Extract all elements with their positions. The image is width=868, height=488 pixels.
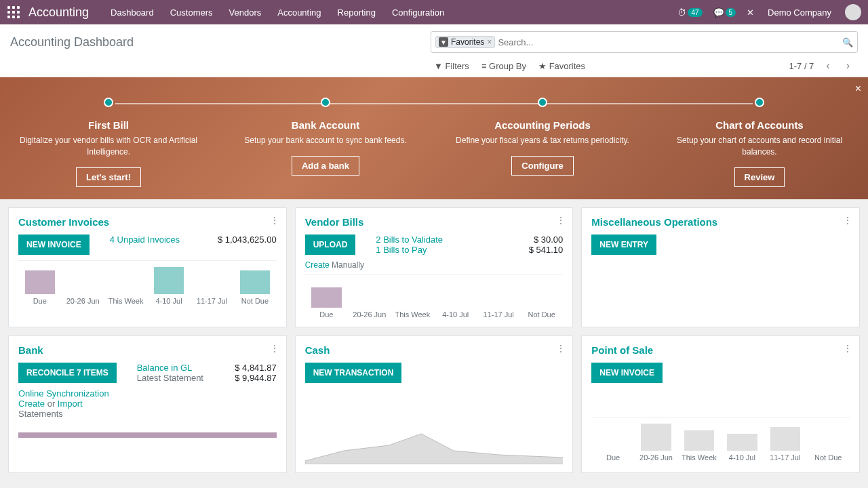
nav-dashboard[interactable]: Dashboard (102, 2, 162, 23)
create-link[interactable]: Create (18, 399, 45, 409)
close-tray-icon[interactable]: ✕ (741, 5, 760, 20)
create-link[interactable]: Create (305, 260, 330, 270)
pay-amount: $ 541.10 (529, 245, 564, 255)
manually-label: Manually (332, 260, 364, 270)
ci-chart (18, 260, 277, 296)
new-entry-button[interactable]: NEW ENTRY (591, 235, 656, 255)
card-pos: ⋮ Point of Sale NEW INVOICE Due20-26 Jun… (581, 336, 860, 473)
step-dot (104, 98, 113, 107)
card-customer-invoices: ⋮ Customer Invoices NEW INVOICE 4 Unpaid… (8, 207, 287, 327)
page-title: Accounting Dashboard (10, 35, 134, 49)
nav-accounting[interactable]: Accounting (269, 2, 329, 23)
search-box[interactable]: ▼ Favorites × 🔍 (431, 31, 858, 53)
lets-start-button[interactable]: Let's start! (76, 167, 141, 187)
onboarding-banner: × First Bill Digitalize your vendor bill… (0, 77, 868, 199)
kebab-icon[interactable]: ⋮ (843, 343, 852, 354)
apps-icon[interactable] (7, 5, 20, 19)
new-transaction-button[interactable]: NEW TRANSACTION (305, 363, 402, 383)
chip-label: Favorites (451, 37, 484, 47)
balance-amount: $ 4,841.87 (235, 363, 276, 373)
company-selector[interactable]: Demo Company (760, 2, 840, 23)
balance-gl-link[interactable]: Balance in GL (137, 363, 203, 373)
card-title[interactable]: Point of Sale (591, 344, 850, 356)
step-title: First Bill (14, 119, 203, 131)
step-bank-account: Bank Account Setup your bank account to … (217, 98, 434, 186)
cash-sparkline (305, 430, 564, 464)
search-icon[interactable]: 🔍 (842, 37, 853, 47)
card-misc-operations: ⋮ Miscellaneous Operations NEW ENTRY (581, 207, 860, 327)
validate-amount: $ 30.00 (529, 235, 564, 245)
online-sync-link[interactable]: Online Synchronization (18, 388, 277, 399)
statement-amount: $ 9,944.87 (235, 373, 276, 383)
chip-remove-icon[interactable]: × (487, 37, 492, 47)
close-icon[interactable]: × (855, 83, 861, 95)
nav-configuration[interactable]: Configuration (384, 2, 452, 23)
control-bar: Accounting Dashboard ▼ Favorites × 🔍 ▼ F… (0, 24, 868, 77)
funnel-icon: ▼ (439, 37, 448, 47)
step-dot (755, 98, 764, 107)
step-title: Accounting Periods (448, 119, 637, 131)
configure-button[interactable]: Configure (511, 156, 573, 176)
step-dot (321, 98, 330, 107)
filters-tool[interactable]: ▼ Filters (434, 61, 469, 71)
card-title[interactable]: Cash (305, 344, 564, 356)
review-button[interactable]: Review (734, 167, 785, 187)
latest-statement-label: Latest Statement (137, 373, 203, 383)
card-bank: ⋮ Bank RECONCILE 7 ITEMS Balance in GL L… (8, 336, 287, 473)
upload-button[interactable]: UPLOAD (305, 235, 356, 255)
card-title[interactable]: Bank (18, 344, 277, 356)
step-desc: Digitalize your vendor bills with OCR an… (14, 135, 203, 158)
kebab-icon[interactable]: ⋮ (556, 343, 566, 354)
kebab-icon[interactable]: ⋮ (843, 215, 852, 226)
add-bank-button[interactable]: Add a bank (292, 156, 359, 176)
step-desc: Define your fiscal years & tax returns p… (448, 135, 637, 146)
dashboard-cards: ⋮ Customer Invoices NEW INVOICE 4 Unpaid… (0, 199, 868, 481)
kebab-icon[interactable]: ⋮ (270, 215, 279, 226)
top-nav: Accounting Dashboard Customers Vendors A… (0, 0, 868, 24)
pos-new-invoice-button[interactable]: NEW INVOICE (591, 363, 663, 383)
unpaid-invoices-link[interactable]: 4 Unpaid Invoices (110, 235, 180, 245)
vb-chart (305, 274, 564, 309)
pos-chart (591, 417, 850, 452)
statements-label: Statements (18, 409, 277, 419)
pos-chart-labels: Due20-26 JunThis Week4-10 Jul11-17 JulNo… (591, 453, 850, 462)
filter-chip-favorites[interactable]: ▼ Favorites × (435, 36, 495, 48)
step-dot (538, 98, 547, 107)
card-title[interactable]: Miscellaneous Operations (591, 216, 850, 228)
nav-reporting[interactable]: Reporting (330, 2, 384, 23)
card-cash: ⋮ Cash NEW TRANSACTION (295, 336, 574, 473)
ci-chart-labels: Due20-26 JunThis Week4-10 Jul11-17 JulNo… (18, 297, 277, 305)
kebab-icon[interactable]: ⋮ (270, 343, 279, 354)
new-invoice-button[interactable]: NEW INVOICE (18, 235, 90, 255)
groupby-tool[interactable]: ≡ Group By (481, 61, 526, 71)
kebab-icon[interactable]: ⋮ (556, 215, 566, 226)
user-avatar[interactable] (845, 4, 861, 20)
bank-sparkline (18, 432, 277, 438)
bills-validate-link[interactable]: 2 Bills to Validate (376, 235, 443, 245)
pager-prev-icon[interactable]: ‹ (822, 60, 833, 72)
step-desc: Setup your bank account to sync bank fee… (231, 135, 420, 146)
brand-title[interactable]: Accounting (28, 5, 89, 20)
search-input[interactable] (498, 37, 842, 47)
timer-icon[interactable]: ⏱47 (672, 5, 707, 20)
unpaid-amount: $ 1,043,625.00 (218, 235, 277, 245)
chat-icon[interactable]: 💬5 (708, 5, 742, 20)
bills-pay-link[interactable]: 1 Bills to Pay (376, 245, 443, 255)
step-desc: Setup your chart of accounts and record … (665, 135, 854, 158)
reconcile-button[interactable]: RECONCILE 7 ITEMS (18, 363, 117, 383)
chat-badge: 5 (726, 8, 736, 17)
nav-vendors[interactable]: Vendors (221, 2, 270, 23)
card-title[interactable]: Customer Invoices (18, 216, 277, 228)
step-first-bill: First Bill Digitalize your vendor bills … (0, 98, 217, 186)
pager-next-icon[interactable]: › (842, 60, 854, 72)
pager: 1-7 / 7 ‹ › (785, 60, 858, 72)
card-title[interactable]: Vendor Bills (305, 216, 564, 228)
favorites-tool[interactable]: ★ Favorites (538, 61, 585, 71)
step-accounting-periods: Accounting Periods Define your fiscal ye… (434, 98, 651, 186)
step-chart-accounts: Chart of Accounts Setup your chart of ac… (651, 98, 868, 186)
step-title: Bank Account (231, 119, 420, 131)
import-link[interactable]: Import (58, 399, 83, 409)
nav-customers[interactable]: Customers (162, 2, 221, 23)
step-title: Chart of Accounts (665, 119, 854, 131)
timer-badge: 47 (688, 8, 702, 17)
